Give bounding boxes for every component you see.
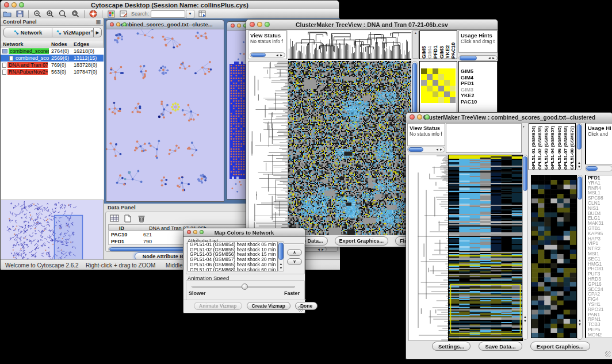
array-label[interactable]: GPL51-06 (GSM865) <box>556 124 563 170</box>
matrix-cell[interactable] <box>433 74 438 80</box>
tv1-array-labels[interactable]: GIM5GIM4PFD1GIM3YKE2PAC10 <box>420 31 457 59</box>
matrix-cell[interactable] <box>438 97 444 103</box>
zoom-out-icon[interactable] <box>32 10 43 18</box>
save-session-icon[interactable] <box>14 10 25 18</box>
minimize-icon[interactable] <box>237 24 241 28</box>
network-tree-row[interactable]: RNAPuberNov2+ 563(0) 107847(0) <box>1 68 104 75</box>
minimize-icon[interactable] <box>417 114 422 120</box>
gene-label[interactable]: PAC10 <box>459 99 497 105</box>
attribute-grid-icon[interactable] <box>109 213 120 223</box>
matrix-cell[interactable] <box>427 91 433 97</box>
birdseye-view[interactable] <box>1 200 103 265</box>
zoom-window-icon[interactable] <box>200 230 204 234</box>
zoom-window-icon[interactable] <box>424 114 430 120</box>
tv1-usage-hscrollbar[interactable]: ◄► <box>458 55 498 61</box>
minimize-icon[interactable] <box>193 230 197 234</box>
network-view-titlebar[interactable]: combined_scores_good.txt--cluste... <box>106 20 224 29</box>
matrix-cell[interactable] <box>444 91 450 97</box>
attribute-list[interactable]: GPL51-01 (GSM854) heat shock 05 minGPL51… <box>188 242 278 271</box>
network-tree-row[interactable]: DNA and Tran 07 769(0) 183728(0) <box>1 62 104 68</box>
array-label[interactable]: GPL51-07 (GSM868) <box>563 124 569 170</box>
matrix-cell[interactable] <box>450 97 456 103</box>
tv1-gene-list[interactable]: GIM5GIM4PFD1GIM3YKE2PAC10 <box>459 62 497 105</box>
array-label[interactable]: GPL51-04 (GSM857) <box>549 124 556 170</box>
scrollbar-thumb[interactable] <box>586 166 598 171</box>
matrix-cell[interactable] <box>433 80 438 86</box>
network-tree-row[interactable]: combined_scores 2764(0) 16218(0) <box>1 48 104 55</box>
scrollbar-arrows[interactable]: ▲▼ <box>523 315 527 323</box>
close-icon[interactable] <box>4 2 9 7</box>
annotation-icon[interactable] <box>118 10 129 18</box>
matrix-cell[interactable] <box>444 68 450 74</box>
array-label[interactable]: GPL51-08 (GSM872) <box>569 124 575 170</box>
tab[interactable]: Network <box>4 28 52 37</box>
dialog-button[interactable]: Create Vizmap <box>247 302 290 310</box>
col-network[interactable]: Network <box>3 41 24 47</box>
new-attribute-icon[interactable] <box>122 213 133 223</box>
dialog-button[interactable]: Animate Vizmap <box>194 302 242 310</box>
zoom-window-icon[interactable] <box>19 2 24 7</box>
scrollbar-arrows[interactable]: ▲▼ <box>577 319 582 327</box>
zoom-fit-icon[interactable] <box>70 10 81 18</box>
network-tree-row[interactable]: combined_sco 2569(6) 13112(15) <box>1 55 104 62</box>
tv2-status-hscrollbar[interactable]: ◄► <box>407 147 445 152</box>
gene-label[interactable]: PFD1 <box>459 81 497 87</box>
scrollbar-arrows[interactable]: ▲▼ <box>577 161 582 169</box>
matrix-cell[interactable] <box>444 80 450 86</box>
matrix-cell[interactable] <box>421 68 427 74</box>
id-column-header[interactable]: ID <box>119 225 124 231</box>
minimize-icon[interactable] <box>116 22 120 26</box>
array-label[interactable]: YKE2 <box>445 31 450 59</box>
scrollbar-arrows[interactable]: ◄► <box>488 56 496 60</box>
scrollbar-thumb[interactable] <box>278 243 284 260</box>
scrollbar-thumb[interactable] <box>251 53 266 57</box>
gene-label[interactable]: GIM4 <box>459 75 497 81</box>
matrix-cell[interactable] <box>427 68 433 74</box>
array-label[interactable]: GPL51-02 (GSM855) <box>537 124 543 170</box>
tv2-usage-hscrollbar[interactable] <box>585 166 612 171</box>
delete-attribute-icon[interactable] <box>136 213 147 223</box>
matrix-cell[interactable] <box>433 68 438 74</box>
close-icon[interactable] <box>187 230 191 234</box>
matrix-cell[interactable] <box>421 91 427 97</box>
close-icon[interactable] <box>410 114 415 120</box>
treeview-button[interactable]: Export Graphics... <box>530 342 590 351</box>
scrollbar-arrows[interactable]: ▲▼ <box>278 262 284 270</box>
move-down-button[interactable]: ∨ <box>287 258 302 265</box>
matrix-cell[interactable] <box>421 97 427 103</box>
zoom-selected-icon[interactable] <box>58 10 68 18</box>
tv2-gene-dendrogram[interactable] <box>408 155 449 341</box>
resize-grip[interactable] <box>605 351 611 357</box>
matrix-cell[interactable] <box>438 91 444 97</box>
matrix-cell[interactable] <box>427 80 433 86</box>
matrix-cell[interactable] <box>444 97 450 103</box>
matrix-cell[interactable] <box>450 86 456 91</box>
gene-label[interactable]: MON2 <box>586 332 612 338</box>
main-titlebar[interactable]: Cytoscape Desktop (Session Name: collins… <box>1 1 339 10</box>
tv2-labels-vscrollbar[interactable]: ▲▼ <box>576 123 582 170</box>
matrix-cell[interactable] <box>450 80 456 86</box>
matrix-cell[interactable] <box>444 74 450 80</box>
scrollbar-thumb[interactable] <box>523 156 527 191</box>
tv1-status-hscrollbar[interactable]: ◄► <box>250 52 285 58</box>
scrollbar-thumb[interactable] <box>577 177 582 200</box>
scrollbar-thumb[interactable] <box>408 147 423 152</box>
search-dropdown-icon[interactable]: ▼ <box>186 10 194 18</box>
matrix-cell[interactable] <box>427 97 433 103</box>
col-edges[interactable]: Edges <box>74 41 89 47</box>
attribute-list-item[interactable]: GPL51-07 (GSM868) heat shock 60 min <box>188 267 277 271</box>
array-label[interactable]: GIM3 <box>439 31 445 59</box>
tv2-column-tree-panel[interactable] <box>446 123 522 153</box>
matrix-cell[interactable] <box>450 91 456 97</box>
help-lifering-icon[interactable] <box>88 10 98 18</box>
vizmapper-palette-icon[interactable] <box>106 10 116 18</box>
array-label[interactable]: GIM5 <box>421 31 427 59</box>
zoom-window-icon[interactable] <box>123 22 127 26</box>
scrollbar-arrows[interactable]: ◄► <box>276 53 284 57</box>
minimize-icon[interactable] <box>257 22 262 27</box>
open-network-icon[interactable] <box>2 10 12 18</box>
matrix-cell[interactable] <box>450 74 456 80</box>
float-panel-icon[interactable]: ▣ <box>95 19 101 25</box>
scrollbar-arrows[interactable]: ◄► <box>435 147 443 152</box>
close-icon[interactable] <box>110 22 114 26</box>
